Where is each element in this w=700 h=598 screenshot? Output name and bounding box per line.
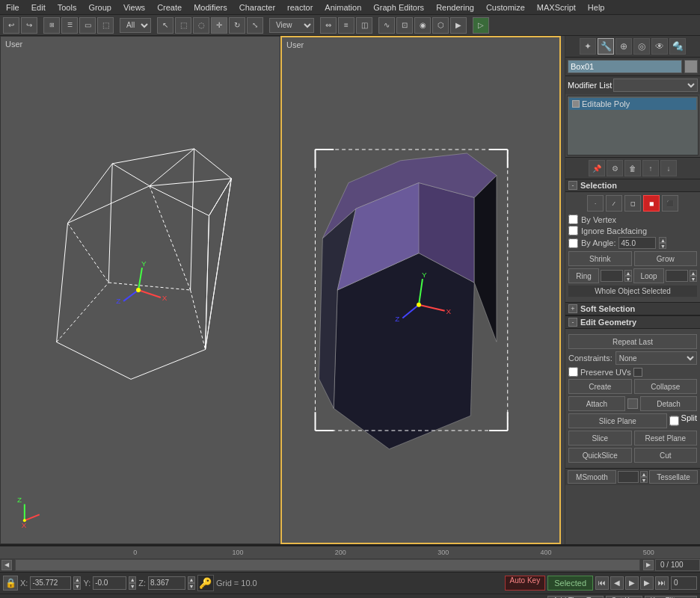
- z-spinner[interactable]: ▲ ▼: [188, 576, 195, 590]
- scale-tool-button[interactable]: ⤡: [247, 17, 263, 34]
- menu-views[interactable]: Views: [117, 1, 151, 13]
- ignore-backfacing-checkbox[interactable]: [568, 226, 578, 235]
- delete-modifier-button[interactable]: 🗑: [624, 160, 641, 176]
- ring-up[interactable]: ▲: [624, 270, 632, 276]
- menu-character[interactable]: Character: [233, 1, 281, 13]
- window-crossing-button[interactable]: ⬚: [97, 17, 114, 34]
- menu-graph-editors[interactable]: Graph Editors: [367, 1, 430, 13]
- menu-rendering[interactable]: Rendering: [430, 1, 480, 13]
- x-spinner[interactable]: ▲ ▼: [73, 576, 81, 590]
- view-dropdown[interactable]: View: [269, 18, 314, 33]
- selection-toggle[interactable]: -: [568, 181, 577, 190]
- cut-button[interactable]: Cut: [634, 448, 698, 463]
- element-icon[interactable]: ⬛: [662, 195, 678, 212]
- menu-modifiers[interactable]: Modifiers: [188, 1, 233, 13]
- pin-stack-button[interactable]: 📌: [589, 160, 605, 176]
- menu-create[interactable]: Create: [151, 1, 188, 13]
- mssmooth-button[interactable]: MSmooth: [568, 470, 616, 484]
- layer-button[interactable]: ◫: [356, 17, 372, 34]
- select-tool-button[interactable]: ↖: [157, 17, 174, 34]
- create-panel-icon[interactable]: ✦: [580, 38, 596, 55]
- select-object-button[interactable]: ⊞: [43, 17, 60, 34]
- material-editor-button[interactable]: ◉: [414, 17, 431, 34]
- timeline-left-arrow[interactable]: ◀: [1, 560, 12, 570]
- slice-button[interactable]: Slice: [568, 431, 632, 446]
- move-tool-button[interactable]: ✛: [211, 17, 227, 34]
- motion-panel-icon[interactable]: ◎: [633, 38, 650, 55]
- viewport-left[interactable]: User: [0, 36, 280, 544]
- auto-key-button[interactable]: Auto Key: [505, 576, 546, 591]
- play-button[interactable]: ▶: [625, 576, 639, 590]
- preserve-uvs-checkbox[interactable]: [568, 367, 578, 377]
- menu-reactor[interactable]: reactor: [281, 1, 319, 13]
- object-color-swatch[interactable]: [684, 60, 698, 73]
- time-slider-track[interactable]: [15, 559, 640, 571]
- polygon-icon[interactable]: ◼: [643, 195, 660, 212]
- curve-editor-button[interactable]: ∿: [378, 17, 395, 34]
- lasso-tool-button[interactable]: ◌: [193, 17, 209, 34]
- undo-button[interactable]: ↩: [3, 17, 19, 34]
- by-angle-checkbox[interactable]: [568, 238, 578, 248]
- menu-maxscript[interactable]: MAXScript: [531, 1, 582, 13]
- go-to-end-button[interactable]: ⏭: [655, 576, 669, 590]
- ring-down[interactable]: ▼: [624, 276, 632, 282]
- object-name-input[interactable]: [568, 60, 682, 73]
- redo-button[interactable]: ↪: [21, 17, 37, 34]
- filter-dropdown[interactable]: All: [120, 18, 151, 33]
- loop-down[interactable]: ▼: [690, 276, 697, 282]
- next-frame-button[interactable]: ▶: [640, 576, 654, 590]
- rotate-tool-button[interactable]: ↻: [229, 17, 245, 34]
- by-angle-input[interactable]: [618, 237, 656, 249]
- angle-down-spinner[interactable]: ▼: [659, 243, 666, 249]
- loop-input[interactable]: [666, 270, 688, 282]
- modifier-list-dropdown[interactable]: [613, 78, 698, 92]
- collapse-button[interactable]: Collapse: [634, 379, 698, 394]
- mssmooth-input[interactable]: [618, 471, 639, 483]
- render-button[interactable]: ▶: [450, 17, 467, 34]
- reset-plane-button[interactable]: Reset Plane: [634, 431, 698, 446]
- hierarchy-panel-icon[interactable]: ⊕: [615, 38, 632, 55]
- stack-item-editable-poly[interactable]: Editable Poly: [569, 98, 696, 110]
- mirror-button[interactable]: ⇔: [320, 17, 337, 34]
- lock-button[interactable]: 🔒: [3, 576, 18, 591]
- configure-button[interactable]: ⚙: [607, 160, 623, 176]
- soft-selection-section-header[interactable]: + Soft Selection: [565, 302, 700, 315]
- ring-button[interactable]: Ring: [568, 268, 599, 283]
- menu-animation[interactable]: Animation: [319, 1, 367, 13]
- prev-frame-button[interactable]: ◀: [610, 576, 624, 590]
- tessellate-button[interactable]: Tessellate: [649, 470, 698, 484]
- select-by-name-button[interactable]: ☰: [61, 17, 78, 34]
- attach-button[interactable]: Attach: [568, 396, 625, 411]
- slice-plane-button[interactable]: Slice Plane: [568, 413, 667, 428]
- y-coord-input[interactable]: [93, 576, 126, 590]
- select-region-button[interactable]: ⬚: [175, 17, 191, 34]
- by-vertex-checkbox[interactable]: [568, 215, 578, 224]
- loop-up[interactable]: ▲: [690, 270, 697, 276]
- timeline-right-arrow[interactable]: ▶: [643, 560, 654, 570]
- edit-geometry-toggle[interactable]: -: [568, 318, 577, 327]
- mssmooth-up[interactable]: ▲: [640, 471, 648, 477]
- frame-input[interactable]: [671, 576, 697, 590]
- selection-section-header[interactable]: - Selection: [565, 179, 700, 192]
- y-spinner[interactable]: ▲ ▼: [129, 576, 136, 590]
- key-lock-icon[interactable]: 🔑: [197, 575, 214, 591]
- render-setup-button[interactable]: ⬡: [432, 17, 449, 34]
- quick-render-button[interactable]: ▷: [473, 17, 489, 34]
- modify-panel-icon[interactable]: 🔧: [598, 38, 614, 55]
- mssmooth-down[interactable]: ▼: [640, 477, 648, 483]
- quickslice-button[interactable]: QuickSlice: [568, 448, 632, 463]
- vertex-icon[interactable]: ·: [587, 195, 604, 212]
- utilities-panel-icon[interactable]: 🔩: [669, 38, 686, 55]
- constraints-dropdown[interactable]: None: [615, 351, 697, 365]
- soft-selection-toggle[interactable]: +: [568, 304, 577, 313]
- detach-button[interactable]: Detach: [640, 396, 697, 411]
- loop-button[interactable]: Loop: [633, 268, 664, 283]
- x-coord-input[interactable]: [30, 576, 71, 590]
- move-up-button[interactable]: ↑: [642, 160, 659, 176]
- create-button[interactable]: Create: [568, 379, 632, 394]
- menu-edit[interactable]: Edit: [25, 1, 52, 13]
- schematic-view-button[interactable]: ⊡: [396, 17, 413, 34]
- selection-region-button[interactable]: ▭: [79, 17, 96, 34]
- border-icon[interactable]: ◻: [624, 195, 641, 212]
- repeat-last-button[interactable]: Repeat Last: [568, 334, 697, 349]
